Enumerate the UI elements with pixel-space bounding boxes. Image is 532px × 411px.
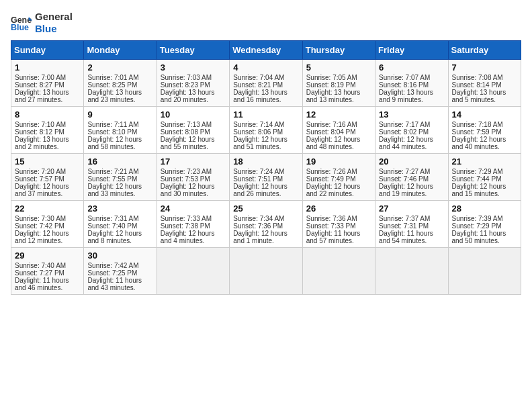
- day-22: 22Sunrise: 7:30 AMSunset: 7:42 PMDayligh…: [11, 201, 84, 248]
- day-21: 21Sunrise: 7:29 AMSunset: 7:44 PMDayligh…: [448, 154, 521, 201]
- logo-icon: General Blue: [11, 12, 32, 34]
- day-18: 18Sunrise: 7:24 AMSunset: 7:51 PMDayligh…: [230, 154, 302, 201]
- header-wednesday: Wednesday: [230, 41, 302, 60]
- day-3: 3Sunrise: 7:03 AMSunset: 8:23 PMDaylight…: [157, 60, 229, 107]
- calendar-week-5: 29Sunrise: 7:40 AMSunset: 7:27 PMDayligh…: [11, 248, 521, 295]
- day-9: 9Sunrise: 7:11 AMSunset: 8:10 PMDaylight…: [84, 107, 157, 154]
- day-19: 19Sunrise: 7:26 AMSunset: 7:49 PMDayligh…: [302, 154, 375, 201]
- day-empty-5: [448, 248, 521, 295]
- day-24: 24Sunrise: 7:33 AMSunset: 7:38 PMDayligh…: [157, 201, 229, 248]
- logo-general: General: [35, 11, 73, 23]
- day-11: 11Sunrise: 7:14 AMSunset: 8:06 PMDayligh…: [230, 107, 302, 154]
- day-empty-2: [230, 248, 302, 295]
- day-5: 5Sunrise: 7:05 AMSunset: 8:19 PMDaylight…: [302, 60, 375, 107]
- header-tuesday: Tuesday: [157, 41, 229, 60]
- day-20: 20Sunrise: 7:27 AMSunset: 7:46 PMDayligh…: [375, 154, 448, 201]
- day-28: 28Sunrise: 7:39 AMSunset: 7:29 PMDayligh…: [448, 201, 521, 248]
- header-thursday: Thursday: [302, 41, 375, 60]
- logo: General Blue General Blue: [11, 11, 73, 35]
- day-7: 7Sunrise: 7:08 AMSunset: 8:14 PMDaylight…: [448, 60, 521, 107]
- logo-blue: Blue: [35, 23, 73, 35]
- day-10: 10Sunrise: 7:13 AMSunset: 8:08 PMDayligh…: [157, 107, 229, 154]
- svg-text:Blue: Blue: [11, 23, 29, 32]
- header-monday: Monday: [84, 41, 157, 60]
- day-empty-1: [157, 248, 229, 295]
- header-friday: Friday: [375, 41, 448, 60]
- day-30: 30Sunrise: 7:42 AMSunset: 7:25 PMDayligh…: [84, 248, 157, 295]
- day-27: 27Sunrise: 7:37 AMSunset: 7:31 PMDayligh…: [375, 201, 448, 248]
- day-14: 14Sunrise: 7:18 AMSunset: 7:59 PMDayligh…: [448, 107, 521, 154]
- calendar-week-4: 22Sunrise: 7:30 AMSunset: 7:42 PMDayligh…: [11, 201, 521, 248]
- day-8: 8Sunrise: 7:10 AMSunset: 8:12 PMDaylight…: [11, 107, 84, 154]
- day-29: 29Sunrise: 7:40 AMSunset: 7:27 PMDayligh…: [11, 248, 84, 295]
- day-4: 4Sunrise: 7:04 AMSunset: 8:21 PMDaylight…: [230, 60, 302, 107]
- day-17: 17Sunrise: 7:23 AMSunset: 7:53 PMDayligh…: [157, 154, 229, 201]
- calendar-week-1: 1Sunrise: 7:00 AMSunset: 8:27 PMDaylight…: [11, 60, 521, 107]
- header-saturday: Saturday: [448, 41, 521, 60]
- calendar-table: Sunday Monday Tuesday Wednesday Thursday…: [11, 40, 521, 295]
- calendar-header-row: Sunday Monday Tuesday Wednesday Thursday…: [11, 41, 521, 60]
- day-1: 1Sunrise: 7:00 AMSunset: 8:27 PMDaylight…: [11, 60, 84, 107]
- day-15: 15Sunrise: 7:20 AMSunset: 7:57 PMDayligh…: [11, 154, 84, 201]
- day-25: 25Sunrise: 7:34 AMSunset: 7:36 PMDayligh…: [230, 201, 302, 248]
- day-empty-4: [375, 248, 448, 295]
- day-13: 13Sunrise: 7:17 AMSunset: 8:02 PMDayligh…: [375, 107, 448, 154]
- day-23: 23Sunrise: 7:31 AMSunset: 7:40 PMDayligh…: [84, 201, 157, 248]
- day-16: 16Sunrise: 7:21 AMSunset: 7:55 PMDayligh…: [84, 154, 157, 201]
- day-6: 6Sunrise: 7:07 AMSunset: 8:16 PMDaylight…: [375, 60, 448, 107]
- day-26: 26Sunrise: 7:36 AMSunset: 7:33 PMDayligh…: [302, 201, 375, 248]
- day-12: 12Sunrise: 7:16 AMSunset: 8:04 PMDayligh…: [302, 107, 375, 154]
- day-2: 2Sunrise: 7:01 AMSunset: 8:25 PMDaylight…: [84, 60, 157, 107]
- page-header: General Blue General Blue: [11, 11, 521, 35]
- day-empty-3: [302, 248, 375, 295]
- calendar-week-3: 15Sunrise: 7:20 AMSunset: 7:57 PMDayligh…: [11, 154, 521, 201]
- calendar-week-2: 8Sunrise: 7:10 AMSunset: 8:12 PMDaylight…: [11, 107, 521, 154]
- header-sunday: Sunday: [11, 41, 84, 60]
